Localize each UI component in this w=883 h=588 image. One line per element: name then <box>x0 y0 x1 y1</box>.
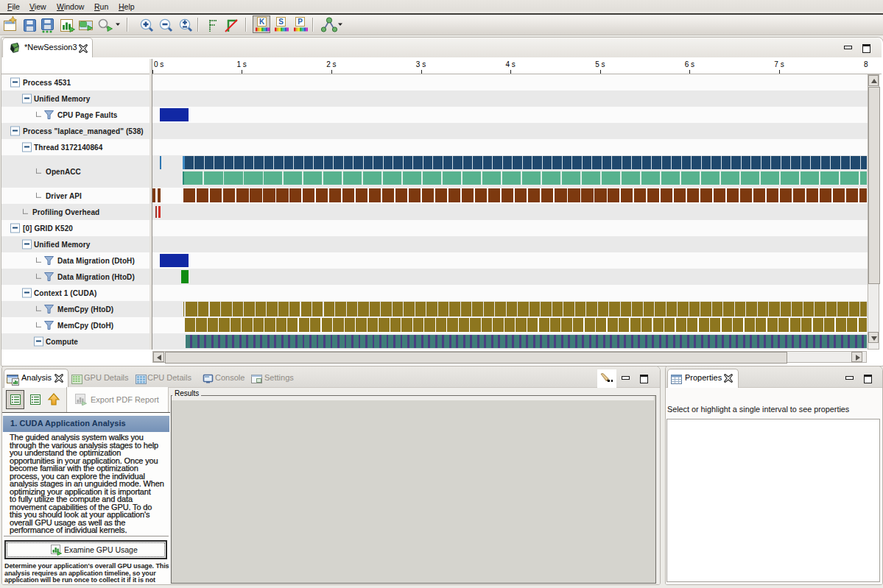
svg-text:K: K <box>259 18 265 26</box>
svg-text:S: S <box>278 18 284 26</box>
svg-text:P: P <box>298 18 303 26</box>
